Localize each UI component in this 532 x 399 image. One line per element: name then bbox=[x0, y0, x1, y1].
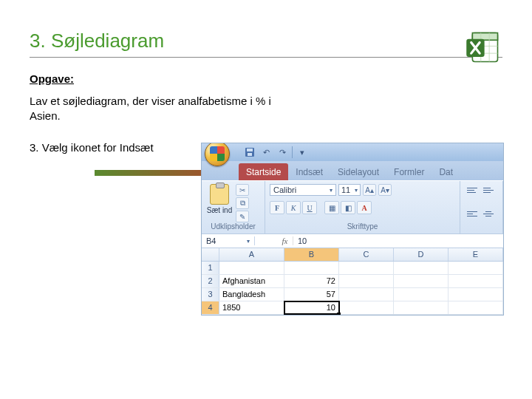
tab-startside[interactable]: Startside bbox=[239, 163, 288, 180]
opgave-label: Opgave: bbox=[30, 72, 502, 85]
cell[interactable]: Bangladesh bbox=[219, 288, 284, 301]
paste-button[interactable]: Sæt ind bbox=[206, 184, 233, 214]
row-header[interactable]: 1 bbox=[202, 262, 219, 274]
redo-icon[interactable]: ↷ bbox=[276, 146, 289, 159]
align-top-icon[interactable] bbox=[465, 184, 480, 196]
cell[interactable] bbox=[394, 262, 449, 274]
slide-title: 3. Søjlediagram bbox=[30, 30, 502, 52]
ribbon-tabs: Startside Indsæt Sidelayout Formler Dat bbox=[202, 161, 503, 180]
row-header[interactable]: 3 bbox=[202, 288, 219, 301]
shrink-font-icon[interactable]: A▾ bbox=[378, 184, 392, 196]
excel-window: ↶ ↷ ▾ Startside Indsæt Sidelayout Formle… bbox=[201, 143, 504, 316]
paste-label: Sæt ind bbox=[207, 206, 232, 214]
tab-data[interactable]: Dat bbox=[432, 163, 460, 180]
table-row: 1 bbox=[202, 262, 503, 275]
col-header-B[interactable]: B bbox=[284, 248, 339, 261]
font-color-icon[interactable]: A bbox=[357, 201, 372, 214]
cell[interactable]: 57 bbox=[284, 288, 339, 301]
fx-icon[interactable]: fx bbox=[277, 236, 293, 245]
step-text: 3. Vælg ikonet for Indsæt bbox=[30, 140, 185, 155]
cell[interactable] bbox=[394, 301, 449, 314]
underline-button[interactable]: U bbox=[302, 201, 317, 214]
group-alignment bbox=[460, 181, 503, 233]
table-row: 2 Afghanistan 72 bbox=[202, 275, 503, 288]
cell[interactable] bbox=[339, 262, 394, 274]
cell[interactable] bbox=[219, 262, 284, 274]
col-header-E[interactable]: E bbox=[449, 248, 503, 261]
row-header[interactable]: 4 bbox=[202, 301, 219, 314]
cell-selected[interactable]: 10 bbox=[284, 301, 339, 314]
chevron-down-icon: ▾ bbox=[355, 187, 358, 194]
ribbon: Sæt ind ✂ ⧉ ✎ Udklipsholder Calibri▾ 11▾ bbox=[202, 180, 503, 233]
chevron-down-icon: ▾ bbox=[330, 187, 332, 194]
group-font-label: Skrifttype bbox=[270, 222, 455, 232]
bold-button[interactable]: F bbox=[270, 201, 284, 214]
svg-rect-10 bbox=[248, 153, 252, 156]
cell[interactable]: 72 bbox=[284, 275, 339, 287]
group-clipboard-label: Udklipsholder bbox=[206, 222, 260, 232]
group-clipboard: Sæt ind ✂ ⧉ ✎ Udklipsholder bbox=[202, 181, 265, 233]
tab-indsaet[interactable]: Indsæt bbox=[288, 163, 330, 180]
opgave-description: Lav et søjlediagram, der viser analfabet… bbox=[30, 94, 281, 124]
tab-formler[interactable]: Formler bbox=[386, 163, 432, 180]
worksheet-grid[interactable]: A B C D E 1 2 Afghanistan 72 3 Banglades… bbox=[202, 248, 503, 315]
cell[interactable] bbox=[394, 275, 449, 287]
col-header-C[interactable]: C bbox=[339, 248, 394, 261]
chevron-down-icon: ▾ bbox=[247, 238, 250, 245]
cell[interactable] bbox=[394, 288, 449, 301]
grow-font-icon[interactable]: A▴ bbox=[363, 184, 376, 196]
group-font: Calibri▾ 11▾ A▴ A▾ F K U ▦ ◧ A bbox=[265, 181, 460, 233]
italic-button[interactable]: K bbox=[286, 201, 301, 214]
align-left-icon[interactable] bbox=[465, 208, 480, 220]
row-header[interactable]: 2 bbox=[202, 275, 219, 287]
quick-access-toolbar: ↶ ↷ ▾ bbox=[202, 143, 503, 161]
border-icon[interactable]: ▦ bbox=[324, 201, 339, 214]
cell[interactable] bbox=[449, 301, 503, 314]
clipboard-icon bbox=[210, 184, 229, 205]
formula-bar: B4▾ fx 10 bbox=[202, 233, 503, 248]
fill-color-icon[interactable]: ◧ bbox=[341, 201, 355, 214]
select-all-corner[interactable] bbox=[202, 248, 219, 261]
cell[interactable] bbox=[449, 275, 503, 287]
cell[interactable] bbox=[284, 262, 339, 274]
cell[interactable] bbox=[339, 275, 394, 287]
col-header-A[interactable]: A bbox=[219, 248, 284, 261]
align-center-icon[interactable] bbox=[481, 208, 496, 220]
svg-rect-9 bbox=[247, 149, 253, 151]
qat-separator bbox=[292, 146, 293, 158]
cell[interactable] bbox=[339, 288, 394, 301]
tab-sidelayout[interactable]: Sidelayout bbox=[330, 163, 386, 180]
cell[interactable]: Afghanistan bbox=[219, 275, 284, 287]
cut-icon[interactable]: ✂ bbox=[236, 184, 249, 196]
table-row: 4 1850 10 bbox=[202, 301, 503, 315]
group-align-label bbox=[465, 231, 498, 232]
save-icon[interactable] bbox=[243, 146, 256, 159]
cell[interactable] bbox=[449, 288, 503, 301]
undo-icon[interactable]: ↶ bbox=[259, 146, 273, 159]
cell[interactable] bbox=[449, 262, 503, 274]
cell[interactable]: 1850 bbox=[219, 301, 284, 314]
col-header-D[interactable]: D bbox=[394, 248, 449, 261]
font-size-select[interactable]: 11▾ bbox=[338, 184, 361, 196]
copy-icon[interactable]: ⧉ bbox=[236, 197, 249, 209]
qat-customize-icon[interactable]: ▾ bbox=[296, 146, 309, 159]
table-row: 3 Bangladesh 57 bbox=[202, 288, 503, 301]
cell[interactable] bbox=[339, 301, 394, 314]
formula-input[interactable]: 10 bbox=[293, 236, 503, 245]
title-underline bbox=[30, 57, 502, 58]
format-painter-icon[interactable]: ✎ bbox=[236, 211, 249, 222]
name-box[interactable]: B4▾ bbox=[202, 236, 255, 245]
excel-logo-icon bbox=[464, 28, 502, 66]
font-name-select[interactable]: Calibri▾ bbox=[270, 184, 336, 196]
align-middle-icon[interactable] bbox=[481, 184, 496, 196]
